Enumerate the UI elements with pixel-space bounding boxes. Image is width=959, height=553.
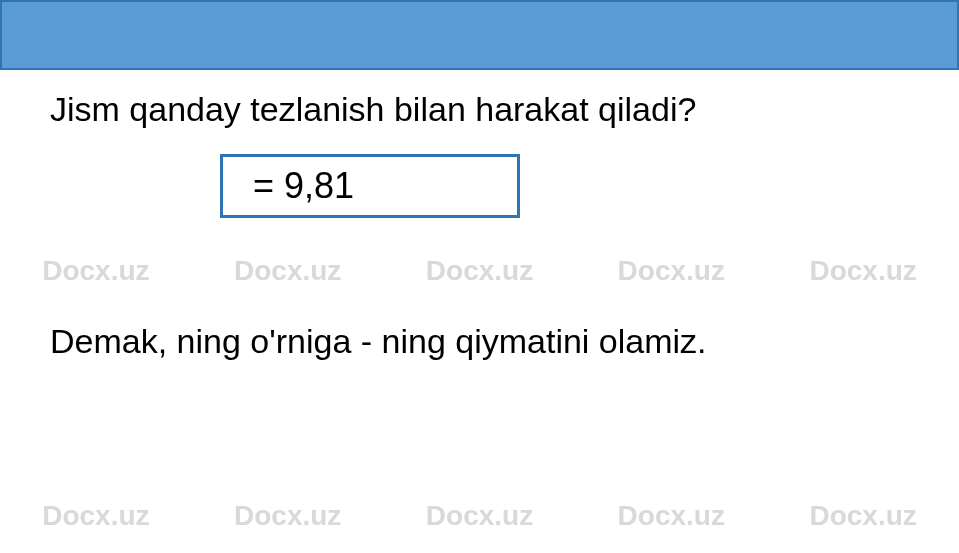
conclusion-text: Demak, ning o'rniga - ning qiymatini ola… bbox=[50, 318, 890, 366]
watermark-row-3: Docx.uz Docx.uz Docx.uz Docx.uz Docx.uz bbox=[0, 500, 959, 532]
watermark-text: Docx.uz bbox=[406, 500, 553, 532]
watermark-text: Docx.uz bbox=[598, 500, 745, 532]
watermark-text: Docx.uz bbox=[789, 500, 936, 532]
header-bar bbox=[0, 0, 959, 70]
watermark-text: Docx.uz bbox=[214, 500, 361, 532]
watermark-text: Docx.uz bbox=[22, 500, 169, 532]
content-area: Jism qanday tezlanish bilan harakat qila… bbox=[50, 90, 909, 366]
formula-box: = 9,81 bbox=[220, 154, 520, 218]
question-text: Jism qanday tezlanish bilan harakat qila… bbox=[50, 90, 909, 129]
